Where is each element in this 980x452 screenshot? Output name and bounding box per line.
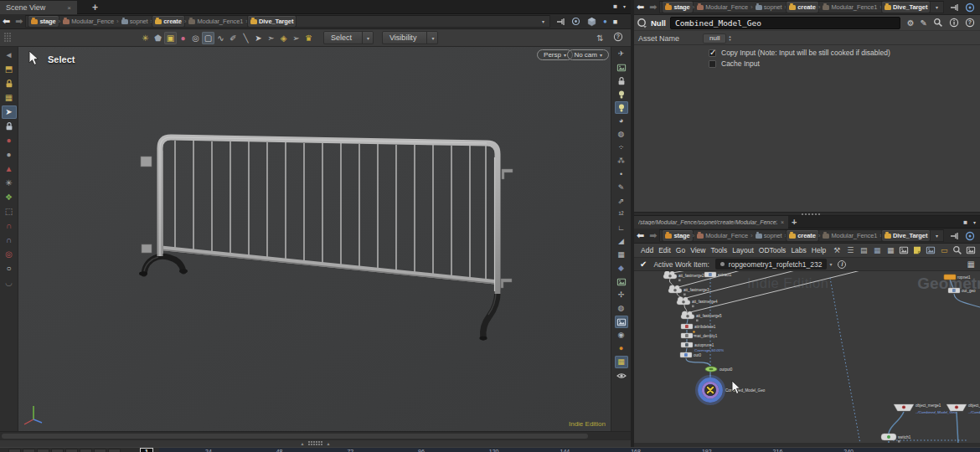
graph-node-mat_density1[interactable]: mat_density1: [681, 333, 718, 338]
graph-node-out_geo[interactable]: out_geo: [948, 288, 976, 293]
breadcrumb-item-dive_target[interactable]: Dive_Target: [882, 2, 930, 13]
nav-forward-button[interactable]: ➡: [15, 16, 23, 27]
network-nav-back-button[interactable]: ⬅: [637, 230, 644, 241]
find-icon[interactable]: [952, 245, 963, 256]
breadcrumb-item-modular_fence[interactable]: Modular_Fence: [694, 3, 750, 11]
orient-picking-icon[interactable]: ◎: [189, 32, 202, 44]
pane-maximize-icon[interactable]: ■: [613, 3, 617, 10]
graph-node-extract1[interactable]: extract1: [704, 272, 732, 277]
lock-camera-icon[interactable]: [615, 74, 628, 87]
background-image-icon[interactable]: [615, 316, 628, 328]
timeline-ruler[interactable]: 24487296120144168192216240: [159, 448, 980, 452]
menu-go[interactable]: Go: [676, 246, 685, 254]
help-icon[interactable]: ?: [965, 18, 975, 28]
view-tool-icon[interactable]: ⬒: [2, 63, 17, 76]
scene-view-tab[interactable]: Scene View ×: [0, 1, 77, 14]
sort-filter-icon[interactable]: ⇅: [594, 32, 606, 44]
snap-options-icon[interactable]: ▣: [164, 32, 177, 44]
network-tab[interactable]: /stage/Modular_Fence/sopnet/create/Modul…: [634, 216, 788, 229]
wireframe-icon[interactable]: ◍: [615, 128, 628, 141]
tree-view-icon[interactable]: ☰: [844, 245, 856, 256]
asset-name-dropdown[interactable]: null: [703, 33, 726, 44]
breadcrumb-item-create[interactable]: create: [787, 2, 818, 13]
select-gestures-icon[interactable]: ◈: [277, 32, 290, 44]
network-pane-menu-icon[interactable]: ▾: [973, 219, 976, 225]
crown-icon[interactable]: ♛: [302, 32, 315, 44]
pose-tool-icon[interactable]: ▦: [2, 91, 17, 105]
snapshot-icon[interactable]: [615, 61, 628, 74]
handles-tool-icon[interactable]: ⬚: [2, 205, 17, 218]
magnifier-icon[interactable]: [933, 18, 943, 28]
brush-select-icon[interactable]: ✐: [227, 32, 240, 44]
breadcrumb-item-modular_fence[interactable]: Modular_Fence: [60, 18, 116, 25]
task-grid-icon[interactable]: ▦: [967, 259, 975, 269]
select-loop-icon[interactable]: ➣: [265, 32, 277, 44]
image-add-icon[interactable]: [925, 245, 936, 256]
grid-view-icon[interactable]: ▦: [871, 245, 883, 256]
info-icon[interactable]: [949, 18, 959, 28]
pane-menu-icon[interactable]: ▾: [623, 3, 626, 9]
light-icon[interactable]: [615, 88, 628, 100]
menu-view[interactable]: View: [690, 246, 705, 254]
node-name-field[interactable]: Combined_Model_Geo: [670, 17, 900, 29]
nav-back-button[interactable]: ⬅: [3, 16, 10, 27]
work-item-checkbox[interactable]: ✔: [640, 259, 647, 269]
color-grid-icon[interactable]: ▦: [615, 356, 628, 368]
axis-tool-icon[interactable]: ❖: [2, 191, 17, 204]
scale-tool-icon[interactable]: ▲: [2, 162, 17, 176]
lock-tool-icon[interactable]: [2, 120, 17, 133]
shield-icon[interactable]: ⬟: [152, 32, 164, 44]
ruler-icon[interactable]: ⇗: [615, 195, 628, 208]
headlight-icon[interactable]: [615, 101, 628, 114]
param-nav-forward-button[interactable]: ➡: [649, 2, 657, 13]
breadcrumb-item-stage[interactable]: stage: [663, 230, 692, 241]
breadcrumb-item-modular_fence1[interactable]: Modular_Fence1: [820, 232, 879, 239]
path-dropdown-icon[interactable]: ▾: [539, 18, 547, 24]
grid-corner-icon[interactable]: ∟: [615, 222, 628, 234]
brush-display-icon[interactable]: ✎: [615, 182, 628, 194]
wrench-icon[interactable]: ⚒: [831, 245, 843, 256]
copy-input-checkbox[interactable]: [709, 49, 716, 57]
visibility-dropdown[interactable]: Visibility ▾: [382, 31, 438, 44]
list-view-icon[interactable]: ▤: [858, 245, 869, 256]
menu-add[interactable]: Add: [641, 246, 653, 254]
network-tab-close-icon[interactable]: ×: [781, 219, 784, 225]
transform-tool-icon[interactable]: ✳: [2, 177, 17, 190]
network-new-tab-button[interactable]: +: [792, 217, 797, 227]
scene-viewport[interactable]: Select Persp ▾ No cam ▾ Indie Edition: [18, 47, 611, 431]
pane-stow-bar[interactable]: ▲ ▲: [0, 439, 631, 447]
graph-node-ropnet1[interactable]: ropnet1: [944, 275, 971, 280]
graph-node-out0[interactable]: out0: [680, 352, 701, 357]
bowl-tool-icon[interactable]: ◡: [2, 276, 17, 290]
sticky-note-icon[interactable]: [911, 245, 923, 256]
snap-magnet-icon[interactable]: ∩: [2, 219, 17, 233]
network-canvas[interactable]: Indie Edition Geometry att_fastmerge2att…: [634, 271, 980, 443]
sync-dot-icon[interactable]: ●: [603, 18, 607, 25]
network-radial-menu-icon[interactable]: [965, 231, 975, 241]
camera-select-button[interactable]: No cam ▾: [567, 49, 609, 60]
select-visible-icon[interactable]: ➢: [290, 32, 302, 44]
network-nav-forward-button[interactable]: ➡: [649, 230, 657, 241]
menu-odtools[interactable]: ODTools: [759, 246, 787, 254]
work-item-dropdown[interactable]: ropgeometry1_ropfetch1_232: [715, 259, 828, 270]
graph-node-att_fastmerge4[interactable]: att_fastmerge4: [677, 297, 718, 307]
fan-icon[interactable]: ✢: [615, 289, 628, 301]
normals-icon[interactable]: ⁂: [615, 155, 628, 167]
work-item-arrow-icon[interactable]: ▾: [829, 261, 832, 267]
current-frame-indicator[interactable]: 1: [140, 448, 153, 452]
texture-icon[interactable]: [615, 275, 628, 288]
breadcrumb-item-stage[interactable]: stage: [663, 2, 692, 13]
lens-icon[interactable]: ◉: [615, 329, 628, 342]
network-box-icon[interactable]: ▭: [938, 245, 950, 256]
objects-tool-icon[interactable]: [2, 77, 17, 90]
breadcrumb-item-sopnet[interactable]: sopnet: [119, 18, 151, 25]
graph-node-switch1[interactable]: switch1: [881, 434, 911, 443]
network-pin-icon[interactable]: [950, 232, 959, 240]
graph-node-att_fastmerge5[interactable]: att_fastmerge5: [681, 311, 722, 321]
translate-tool-icon[interactable]: ●: [2, 134, 17, 147]
tab-close-icon[interactable]: ×: [67, 4, 71, 12]
select-all-icon[interactable]: ➤: [252, 32, 265, 44]
gear-icon[interactable]: ⚙: [907, 18, 915, 28]
path-dropdown-icon[interactable]: ▾: [933, 233, 941, 239]
checker-icon[interactable]: ▦: [615, 249, 628, 261]
